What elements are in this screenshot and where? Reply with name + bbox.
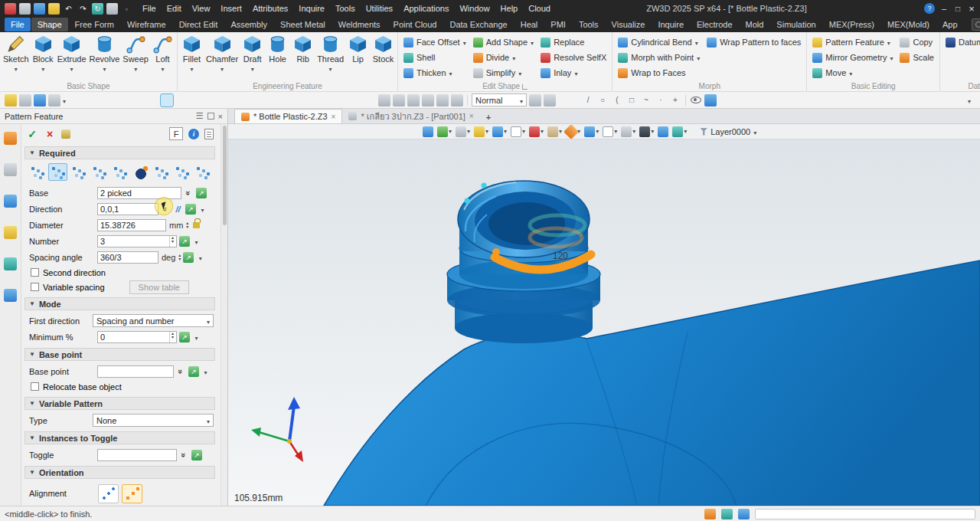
toolbar-collapse-icon[interactable] (968, 96, 971, 105)
base-input[interactable]: 2 picked (97, 187, 181, 199)
panel-menu-icon[interactable]: ☰ (196, 111, 204, 121)
hatch-button[interactable] (603, 126, 617, 137)
wrap-pattern-to-faces-button[interactable]: Wrap Pattern to faces (707, 34, 801, 50)
filter-all-icon[interactable] (378, 94, 390, 106)
section-orientation[interactable]: ▼Orientation (24, 466, 215, 479)
tab-assembly[interactable]: Assembly (224, 18, 273, 31)
thread-button[interactable]: Thread (315, 33, 345, 74)
pick-from-list-icon[interactable] (191, 450, 202, 460)
tab-tools[interactable]: Tools (573, 18, 605, 31)
extrude-button[interactable]: Extrude (56, 33, 88, 74)
row-options-caret-icon[interactable] (192, 333, 201, 342)
pattern-type-fill-icon[interactable] (172, 163, 191, 181)
simplify-button[interactable]: Simplify (473, 65, 534, 80)
performance-icon[interactable] (738, 509, 750, 519)
selected-vertex[interactable] (482, 183, 487, 188)
replace-button[interactable]: Replace (541, 34, 606, 50)
history-manager-icon[interactable] (4, 163, 17, 176)
filter-curve-icon[interactable] (436, 94, 449, 106)
menu-insert[interactable]: Insert (215, 0, 247, 17)
diameter-input[interactable]: 15.38726 (97, 219, 166, 231)
quick-access-manager-icon[interactable] (4, 132, 17, 145)
doc-tab-bottle-plastic[interactable]: * Bottle Plastic-2.Z3 × (234, 109, 342, 123)
pattern-type-point-to-point-icon[interactable] (90, 163, 109, 181)
new-tab-button[interactable]: + (486, 113, 491, 123)
lip-button[interactable]: Lip (345, 33, 371, 64)
menu-utilities[interactable]: Utilities (361, 0, 398, 17)
minimum-spinner[interactable] (169, 332, 174, 342)
layer-select[interactable]: Layer0000 (700, 127, 756, 136)
block-button[interactable]: Block (31, 33, 56, 74)
filter-point-icon[interactable] (451, 94, 463, 106)
pattern-type-variable-icon[interactable] (193, 163, 212, 181)
rib-button[interactable]: Rib (290, 33, 315, 64)
scale-button[interactable]: Scale (900, 50, 934, 65)
shell-button[interactable]: Shell (403, 50, 466, 65)
morph-with-point-button[interactable]: Morph with Point (618, 50, 700, 65)
tab-heal[interactable]: Heal (514, 18, 544, 31)
tab-simulation[interactable]: Simulation (770, 18, 822, 31)
layer-color-button[interactable] (672, 126, 687, 137)
tab-direct-edit[interactable]: Direct Edit (173, 18, 224, 31)
spacing-spinner[interactable] (178, 254, 181, 261)
pick-from-list-icon[interactable] (183, 252, 194, 263)
pattern-type-at-pattern-icon[interactable] (152, 163, 171, 181)
thicken-button[interactable]: Thicken (403, 65, 466, 80)
tab-electrode[interactable]: Electrode (691, 18, 738, 31)
spline-tool-icon[interactable]: ~ (640, 94, 652, 106)
tab-app[interactable]: App (936, 18, 964, 31)
tab-shape[interactable]: Shape (31, 18, 68, 31)
alignment-align-button[interactable] (98, 484, 119, 503)
move-button[interactable]: Move (812, 65, 893, 80)
hole-button[interactable]: Hole (265, 33, 290, 64)
shaded-mode-button[interactable] (437, 126, 452, 137)
expand-chevron-icon[interactable] (184, 188, 194, 198)
selected-vertex[interactable] (465, 198, 470, 204)
doc-tab-thread-part[interactable]: * เกลียว 3ปาก.Z3 - [Part001] × (342, 109, 479, 123)
visibility-eye-icon[interactable] (690, 94, 702, 106)
assembly-manager-icon[interactable] (4, 195, 17, 208)
panel-float-icon[interactable] (207, 113, 214, 120)
pick-from-list-icon[interactable] (179, 236, 190, 247)
save-icon[interactable] (34, 3, 45, 15)
menu-attributes[interactable]: Attributes (247, 0, 293, 17)
revolve-button[interactable]: Revolve (88, 33, 122, 74)
expand-chevron-icon[interactable] (176, 367, 186, 376)
variable-spacing-checkbox[interactable] (31, 283, 39, 291)
alignment-keep-button[interactable] (122, 484, 142, 503)
filter-shape-icon[interactable] (393, 94, 405, 106)
face-color-button[interactable] (658, 126, 668, 137)
datum-plane-quick-icon[interactable] (5, 94, 17, 106)
file-browser-icon[interactable] (4, 226, 17, 239)
spacing-angle-input[interactable]: 360/3 (97, 251, 158, 264)
tab-mold[interactable]: Mold (740, 18, 770, 31)
menu-edit[interactable]: Edit (162, 0, 187, 17)
pattern-type-at-curve-icon[interactable] (110, 163, 129, 181)
exit-view-button[interactable] (423, 126, 433, 137)
section-view-button[interactable] (566, 126, 580, 137)
filter-edge-icon[interactable] (422, 94, 434, 106)
row-options-caret-icon[interactable] (196, 253, 204, 262)
help-page-icon[interactable] (204, 129, 214, 139)
pattern-type-linear-icon[interactable] (28, 163, 47, 181)
assistant-icon[interactable] (924, 3, 935, 14)
mirror-geometry-button[interactable]: Mirror Geometry (812, 50, 893, 65)
layer-manager-icon[interactable] (704, 94, 717, 106)
pattern-type-circular-icon[interactable] (48, 163, 67, 181)
section-instances[interactable]: ▼Instances to Toggle (24, 431, 215, 444)
tab-inquire[interactable]: Inquire (652, 18, 690, 31)
relocate-checkbox[interactable] (31, 382, 39, 391)
line-tool-icon[interactable]: / (582, 94, 594, 106)
rectangle-tool-icon[interactable]: □ (626, 94, 638, 106)
tab-mex-mold[interactable]: MEX(Mold) (881, 18, 936, 31)
regen-icon[interactable]: ↻ (92, 3, 103, 15)
row-options-caret-icon[interactable] (198, 205, 207, 214)
circle-tool-icon[interactable]: ○ (596, 94, 609, 106)
pin-icon[interactable] (61, 129, 70, 139)
pick-list-icon[interactable] (529, 94, 541, 106)
background-button[interactable] (511, 126, 525, 137)
pick-last-icon[interactable] (544, 94, 556, 106)
tab-mex-press[interactable]: MEX(Press) (823, 18, 880, 31)
pick-from-list-icon[interactable] (179, 332, 190, 342)
minimum-input[interactable]: 0 (97, 331, 177, 343)
